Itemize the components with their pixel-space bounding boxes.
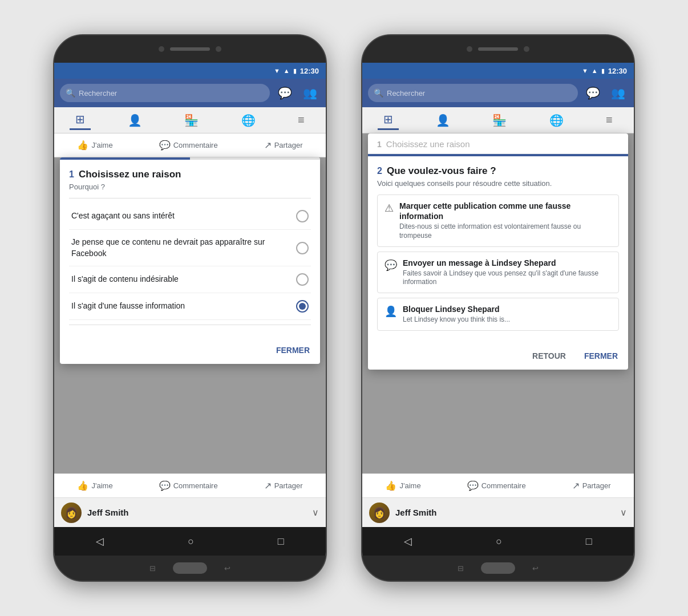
modal-footer-2: RETOUR FERMER xyxy=(368,345,628,370)
like-icon-bot-2: 👍 xyxy=(385,480,396,491)
bottom-btn-1: ⊟ xyxy=(149,564,156,573)
store-nav-1[interactable]: 🏪 xyxy=(179,111,204,129)
modal-overlay-1: 1 Choisissez une raison Pourquoi ? C'est… xyxy=(54,157,326,527)
back-nav-2[interactable]: ◁ xyxy=(404,535,412,548)
like-btn-top-1[interactable]: 👍 J'aime xyxy=(77,140,112,151)
like-label-top-1: J'aime xyxy=(91,141,112,149)
phone-top-bar-1 xyxy=(54,35,326,63)
fb-icon-nav-2: ⊞ 👤 🏪 🌐 ≡ xyxy=(362,107,634,133)
share-btn-bot-2[interactable]: ↗ Partager xyxy=(572,480,611,491)
comment-btn-bot-1[interactable]: 💬 Commentaire xyxy=(159,480,218,491)
step-title-1: Choisissez une raison xyxy=(79,169,181,180)
fb-navbar-2: 🔍 Rechercher 💬 👥 xyxy=(362,79,634,107)
friends-nav-1[interactable]: 👤 xyxy=(122,111,148,129)
signal-icon-2: ▲ xyxy=(592,67,598,74)
share-icon-bot-1: ↗ xyxy=(264,480,272,491)
action-option-2[interactable]: 💬 Envoyer un message à Lindsey Shepard F… xyxy=(377,252,619,293)
close-btn-2[interactable]: FERMER xyxy=(581,349,621,363)
battery-icon: ▮ xyxy=(293,67,297,75)
action-option-2-desc: Faites savoir à Lindsey que vous pensez … xyxy=(403,269,612,287)
radio-label-2: Je pense que ce contenu ne devrait pas a… xyxy=(71,237,296,259)
status-time-1: 12:30 xyxy=(300,67,319,75)
menu-nav-2[interactable]: ≡ xyxy=(600,111,618,129)
speaker-2 xyxy=(478,47,518,51)
home-nav-1[interactable]: ⊞ xyxy=(70,110,91,130)
search-placeholder-1: Rechercher xyxy=(79,89,117,98)
action-option-1-content: Marquer cette publication comme une faus… xyxy=(399,201,612,241)
search-icon-2: 🔍 xyxy=(374,88,383,98)
comment-btn-top-1[interactable]: 💬 Commentaire xyxy=(159,140,218,151)
android-nav-1: ◁ ○ □ xyxy=(54,527,326,556)
menu-nav-1[interactable]: ≡ xyxy=(292,111,310,129)
share-btn-top-1[interactable]: ↗ Partager xyxy=(264,140,303,151)
user-name-2: Jeff Smith xyxy=(395,508,614,517)
modal-step-1: 1 Choisissez une raison xyxy=(69,169,311,180)
back-btn-2[interactable]: RETOUR xyxy=(529,349,569,363)
friends-icon-1[interactable]: 👥 xyxy=(300,86,320,100)
chevron-down-2: ∨ xyxy=(620,507,627,518)
back-nav-1[interactable]: ◁ xyxy=(96,535,104,548)
bottom-btn-4: ↩ xyxy=(532,564,539,573)
action-option-2-title: Envoyer un message à Lindsey Shepard xyxy=(403,258,612,268)
search-bar-2[interactable]: 🔍 Rechercher xyxy=(368,84,578,102)
home-nav-btn-1[interactable]: ○ xyxy=(188,536,194,548)
friends-nav-2[interactable]: 👤 xyxy=(430,111,456,129)
search-icon-1: 🔍 xyxy=(66,88,75,98)
radio-circle-2 xyxy=(296,242,309,254)
recent-nav-1[interactable]: □ xyxy=(278,536,284,548)
action-option-1[interactable]: ⚠ Marquer cette publication comme une fa… xyxy=(377,194,619,247)
radio-circle-1 xyxy=(296,210,309,222)
phone-bottom-bar-2: ⊟ ↩ xyxy=(362,556,634,581)
messenger-icon-2[interactable]: 💬 xyxy=(582,86,603,100)
action-option-2-content: Envoyer un message à Lindsey Shepard Fai… xyxy=(403,258,612,287)
status-time-2: 12:30 xyxy=(608,67,627,75)
recent-nav-2[interactable]: □ xyxy=(586,536,592,548)
step-num-1: 1 xyxy=(69,169,74,180)
like-btn-bot-2[interactable]: 👍 J'aime xyxy=(385,480,420,491)
radio-option-1[interactable]: C'est agaçant ou sans intérêt xyxy=(69,203,311,230)
phone-bottom-bar-1: ⊟ ↩ xyxy=(54,556,326,581)
messenger-icon-1[interactable]: 💬 xyxy=(274,86,295,100)
close-btn-1[interactable]: FERMER xyxy=(273,343,313,357)
radio-option-2[interactable]: Je pense que ce contenu ne devrait pas a… xyxy=(69,230,311,266)
bottom-btn-2: ↩ xyxy=(224,564,230,573)
home-pill-2 xyxy=(481,562,515,574)
user-row-1: 👩 Jeff Smith ∨ xyxy=(54,497,326,527)
share-btn-bot-1[interactable]: ↗ Partager xyxy=(264,480,303,491)
friends-icon-2[interactable]: 👥 xyxy=(608,86,628,100)
avatar-2: 👩 xyxy=(369,502,390,523)
like-label-bot-2: J'aime xyxy=(399,481,420,490)
comment-icon-top-1: 💬 xyxy=(159,140,171,151)
report-modal-1: 1 Choisissez une raison Pourquoi ? C'est… xyxy=(60,157,320,364)
divider-2 xyxy=(69,325,311,325)
like-btn-bot-1[interactable]: 👍 J'aime xyxy=(77,480,112,491)
camera-dot xyxy=(159,46,164,52)
like-label-bot-1: J'aime xyxy=(91,481,112,490)
globe-nav-2[interactable]: 🌐 xyxy=(544,111,569,129)
radio-label-3: Il s'agit de contenu indésirable xyxy=(71,274,296,285)
user-row-2: 👩 Jeff Smith ∨ xyxy=(362,497,634,527)
home-nav-2[interactable]: ⊞ xyxy=(378,110,399,130)
comment-btn-bot-2[interactable]: 💬 Commentaire xyxy=(467,480,526,491)
status-bar-2: ▼ ▲ ▮ 12:30 xyxy=(362,63,634,79)
share-icon-top-1: ↗ xyxy=(264,140,272,151)
store-nav-2[interactable]: 🏪 xyxy=(487,111,512,129)
action-option-3[interactable]: 👤 Bloquer Lindsey Shepard Let Lindsey kn… xyxy=(377,298,619,331)
modal-footer-1: FERMER xyxy=(60,339,320,364)
comment-label-bot-2: Commentaire xyxy=(481,481,526,490)
camera-dot-3 xyxy=(467,46,472,52)
comment-icon-bot-2: 💬 xyxy=(467,480,479,491)
home-nav-btn-2[interactable]: ○ xyxy=(496,536,502,548)
divider-1 xyxy=(69,198,311,198)
globe-nav-1[interactable]: 🌐 xyxy=(236,111,261,129)
camera-dot-4 xyxy=(524,46,529,52)
bottom-action-bar-2: 👍 J'aime 💬 Commentaire ↗ Partager xyxy=(362,473,634,497)
radio-option-4[interactable]: Il s'agit d'une fausse information xyxy=(69,293,311,320)
radio-option-3[interactable]: Il s'agit de contenu indésirable xyxy=(69,266,311,293)
avatar-placeholder-2: 👩 xyxy=(369,502,390,523)
modal-body-2: 2 Que voulez-vous faire ? Voici quelques… xyxy=(368,156,628,345)
search-bar-1[interactable]: 🔍 Rechercher xyxy=(60,84,270,102)
action-option-1-title: Marquer cette publication comme une faus… xyxy=(399,201,612,221)
camera-dot-2 xyxy=(216,46,221,52)
radio-circle-4 xyxy=(296,300,309,313)
